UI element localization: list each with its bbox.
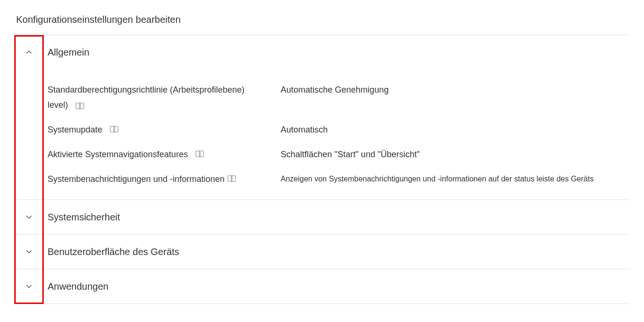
setting-label-col: Systembenachrichtigungen und -informatio…: [48, 173, 281, 185]
setting-value: Automatisch: [281, 123, 630, 136]
section-title-system-security: Systemsicherheit: [44, 212, 120, 223]
setting-row-permission-policy: Standardberechtigungsrichtlinie (Arbeits…: [48, 84, 630, 111]
section-title-general: Allgemein: [44, 47, 89, 58]
section-system-security: Systemsicherheit: [14, 200, 630, 235]
setting-label: Standardberechtigungsrichtlinie (Arbeits…: [48, 85, 244, 95]
chevron-cell: [14, 248, 44, 255]
setting-label-line2: level): [48, 99, 68, 111]
section-device-ui: Benutzeroberfläche des Geräts: [14, 235, 630, 269]
chevron-down-icon: [26, 248, 32, 255]
section-title-device-ui: Benutzeroberfläche des Geräts: [44, 246, 179, 257]
setting-row-system-notifications: Systembenachrichtigungen und -informatio…: [48, 173, 630, 185]
settings-container: Allgemein Standardberechtigungsrichtlini…: [14, 35, 630, 304]
copilot-icon[interactable]: [109, 125, 119, 133]
setting-value: Schaltflächen "Start" und "Übersicht": [281, 148, 630, 161]
setting-value: Anzeigen von Systembenachrichtigungen un…: [281, 173, 630, 185]
chevron-cell: [14, 283, 44, 290]
section-header-device-ui[interactable]: Benutzeroberfläche des Geräts: [14, 235, 630, 269]
section-header-applications[interactable]: Anwendungen: [14, 269, 630, 303]
section-general: Allgemein Standardberechtigungsrichtlini…: [14, 35, 630, 200]
setting-value: Automatische Genehmigung: [281, 84, 630, 96]
section-body-general: Standardberechtigungsrichtlinie (Arbeits…: [14, 69, 630, 199]
setting-label-col: Aktivierte Systemnavigationsfeatures: [48, 148, 281, 161]
setting-label: Systembenachrichtigungen und -informatio…: [48, 173, 224, 185]
chevron-up-icon: [26, 49, 32, 56]
setting-label-col: Standardberechtigungsrichtlinie (Arbeits…: [48, 84, 281, 111]
chevron-cell: [14, 49, 44, 56]
section-applications: Anwendungen: [14, 269, 630, 304]
chevron-down-icon: [26, 283, 32, 290]
setting-label: Systemupdate: [48, 123, 102, 136]
section-header-system-security[interactable]: Systemsicherheit: [14, 200, 630, 234]
copilot-icon[interactable]: [75, 102, 85, 110]
chevron-cell: [14, 214, 44, 220]
setting-label-col: Systemupdate: [48, 123, 281, 136]
copilot-icon[interactable]: [195, 150, 205, 158]
copilot-icon[interactable]: [226, 174, 237, 183]
setting-row-nav-features: Aktivierte Systemnavigationsfeatures Sch…: [48, 148, 630, 161]
section-title-applications: Anwendungen: [44, 281, 108, 292]
section-header-general[interactable]: Allgemein: [14, 35, 630, 69]
setting-label: Aktivierte Systemnavigationsfeatures: [48, 148, 188, 161]
chevron-down-icon: [26, 214, 32, 220]
page-title: Konfigurationseinstellungen bearbeiten: [14, 14, 630, 25]
setting-row-system-update: Systemupdate Automatisch: [48, 123, 630, 136]
